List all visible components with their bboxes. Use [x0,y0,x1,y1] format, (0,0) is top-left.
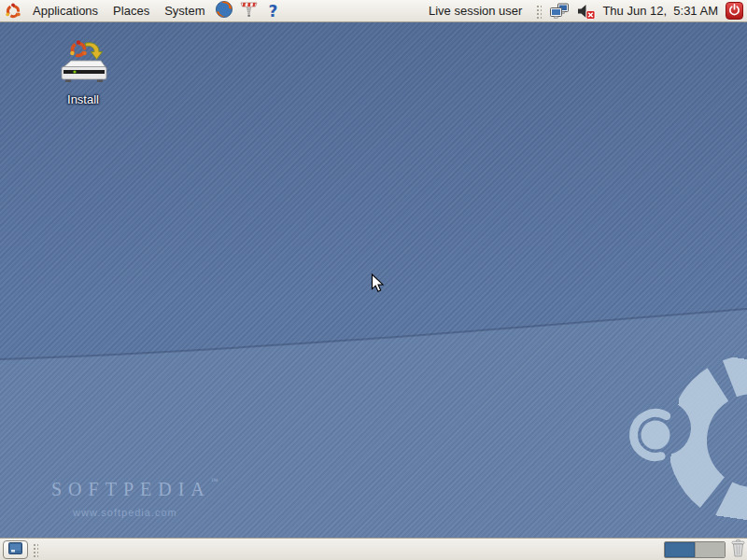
applet-drag-handle[interactable] [535,4,542,19]
softpedia-brand: SOFTPEDIA [51,479,211,500]
striped-spring-launcher-icon [239,0,259,21]
show-desktop-icon [8,542,22,557]
softpedia-watermark: SOFTPEDIA ™ [51,479,218,500]
help-launcher[interactable]: ? [261,1,284,21]
workspace-switcher[interactable] [664,541,726,558]
user-switcher-applet[interactable]: Live session user [423,0,531,21]
menu-applications-label: Applications [33,4,98,18]
volume-muted-icon[interactable] [576,2,596,21]
ubuntu-watermark-logo-icon [624,336,747,538]
power-button[interactable] [726,2,743,20]
workspace-2[interactable] [695,542,726,557]
menu-places[interactable]: Places [106,0,157,21]
bottom-panel [0,538,747,560]
ubuntu-logo-icon[interactable] [5,3,21,20]
power-icon [728,4,740,19]
trash-applet[interactable] [731,539,745,560]
spring-toy-launcher[interactable] [237,1,260,21]
menu-system-label: System [164,4,204,18]
mouse-cursor-icon [371,273,385,297]
install-icon-label: Install [67,92,99,106]
trash-icon [731,539,745,560]
softpedia-tm: ™ [211,477,218,485]
menu-places-label: Places [113,4,149,18]
menu-applications[interactable]: Applications [25,0,106,21]
clock-applet[interactable]: Thu Jun 12, 5:31 AM [599,0,724,21]
menu-system[interactable]: System [157,0,212,21]
top-panel: Applications Places System [0,0,747,22]
taskbar-drag-handle[interactable] [32,542,38,557]
help-question-icon: ? [269,2,278,21]
network-icon[interactable] [548,2,571,21]
softpedia-url: www.softpedia.com [73,507,177,518]
firefox-launcher[interactable] [213,1,235,21]
clock-label: Thu Jun 12, 5:31 AM [599,4,724,18]
show-desktop-button[interactable] [3,540,28,559]
workspace-1[interactable] [665,542,695,557]
desktop[interactable]: SOFTPEDIA ™ www.softpedia.com Ins [0,22,747,538]
firefox-icon [215,0,233,21]
install-drive-icon [56,39,110,91]
install-desktop-icon[interactable]: Install [47,39,120,106]
user-label: Live session user [423,4,531,18]
